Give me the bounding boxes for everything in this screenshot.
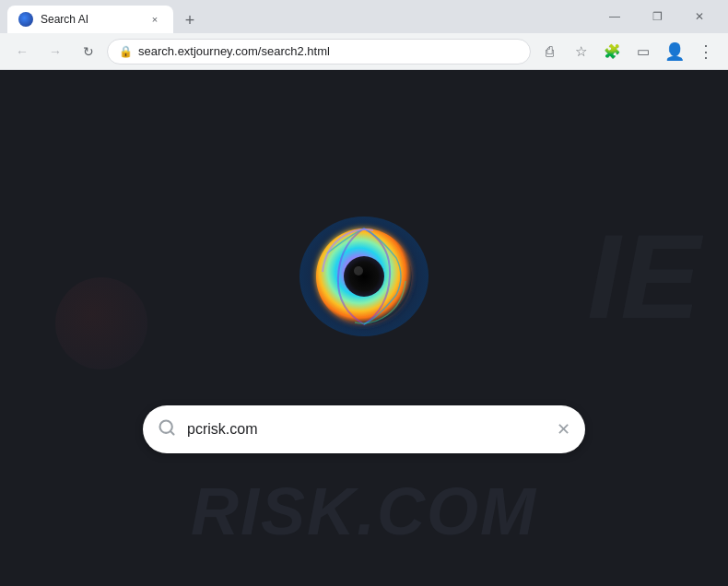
tab-favicon	[18, 12, 33, 27]
tab-title: Search AI	[41, 13, 140, 26]
close-button[interactable]: ✕	[678, 0, 721, 33]
back-button[interactable]: ←	[7, 37, 37, 66]
close-icon: ✕	[695, 10, 704, 23]
address-bar[interactable]: 🔒 search.extjourney.com/search2.html	[107, 39, 531, 64]
lock-icon: 🔒	[119, 45, 133, 58]
search-bar[interactable]: pcrisk.com ✕	[143, 405, 585, 453]
media-button[interactable]: ▭	[628, 37, 658, 66]
address-text: search.extjourney.com/search2.html	[138, 44, 519, 58]
menu-icon: ⋮	[698, 41, 714, 62]
forward-icon: →	[49, 44, 62, 59]
toolbar-actions: ⎙ ☆ 🧩 ▭ 👤 ⋮	[534, 37, 721, 66]
share-icon: ⎙	[546, 43, 554, 59]
bookmark-icon: ☆	[575, 43, 587, 60]
tab-close-button[interactable]: ×	[147, 12, 162, 27]
reload-icon: ↻	[83, 44, 94, 59]
bookmark-button[interactable]: ☆	[566, 37, 595, 66]
minimize-icon: —	[609, 10, 620, 23]
share-button[interactable]: ⎙	[534, 37, 564, 66]
search-icon	[158, 418, 176, 441]
watermark-left-decoration	[55, 277, 147, 369]
reload-button[interactable]: ↻	[74, 37, 103, 66]
new-tab-button[interactable]: +	[177, 7, 203, 33]
watermark-right-decoration: IE	[587, 207, 700, 346]
tab-bar: Search AI × +	[7, 0, 593, 33]
maximize-icon: ❐	[652, 10, 663, 23]
search-input[interactable]: pcrisk.com	[187, 421, 546, 438]
extension-icon: 🧩	[604, 43, 621, 60]
svg-point-3	[354, 266, 363, 275]
toolbar: ← → ↻ 🔒 search.extjourney.com/search2.ht…	[0, 33, 728, 70]
menu-button[interactable]: ⋮	[691, 37, 721, 66]
search-clear-button[interactable]: ✕	[557, 419, 570, 440]
svg-line-5	[170, 430, 174, 434]
search-container: pcrisk.com ✕	[143, 405, 585, 453]
back-icon: ←	[16, 44, 29, 59]
browser-frame: Search AI × + — ❐ ✕ ← → ↻ 🔒	[0, 0, 728, 586]
forward-button[interactable]: →	[41, 37, 70, 66]
page-content: IE	[0, 70, 728, 586]
media-icon: ▭	[637, 43, 650, 60]
profile-button[interactable]: 👤	[660, 37, 689, 66]
profile-icon: 👤	[664, 41, 685, 62]
maximize-button[interactable]: ❐	[636, 0, 678, 33]
minimize-button[interactable]: —	[593, 0, 636, 33]
eye-logo	[290, 203, 438, 350]
svg-point-2	[344, 256, 384, 297]
extension-button[interactable]: 🧩	[597, 37, 627, 66]
window-controls: — ❐ ✕	[593, 0, 721, 33]
watermark-text: RISK.COM	[191, 474, 537, 549]
active-tab[interactable]: Search AI ×	[7, 6, 173, 33]
title-bar: Search AI × + — ❐ ✕	[0, 0, 728, 33]
